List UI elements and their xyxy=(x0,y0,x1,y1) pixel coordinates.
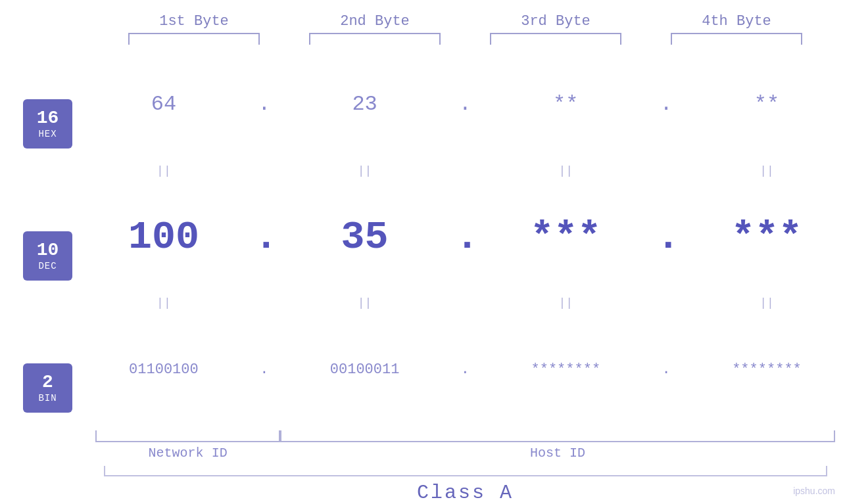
watermark: ipshu.com xyxy=(793,486,835,496)
hex-badge: 16 HEX xyxy=(23,99,72,149)
eq1-b3: || xyxy=(500,164,631,177)
network-id-label: Network ID xyxy=(95,446,280,461)
hex-b3: ** xyxy=(500,92,631,116)
eq2-b2: || xyxy=(299,296,431,309)
class-bracket xyxy=(104,466,827,476)
host-id-bracket xyxy=(280,430,835,442)
dec-b2: 35 xyxy=(299,215,431,260)
eq2-b1: || xyxy=(98,296,229,309)
main-layout: 16 HEX 10 DEC 2 BIN 64 . 23 . ** . ** xyxy=(0,51,845,461)
byte-headers: 1st Byte 2nd Byte 3rd Byte 4th Byte xyxy=(104,13,827,30)
eq2-b4: || xyxy=(701,296,833,309)
bracket-byte4 xyxy=(671,33,802,45)
bin-b1: 01100100 xyxy=(98,361,229,378)
rows-column: 64 . 23 . ** . ** || || || || 100 xyxy=(85,51,845,461)
class-label: Class A xyxy=(417,482,514,504)
bracket-byte1 xyxy=(128,33,260,45)
dec-label: DEC xyxy=(38,261,57,271)
hex-b2: 23 xyxy=(299,92,431,116)
hex-number: 16 xyxy=(37,108,59,129)
connector-dec-bin: || || || || xyxy=(85,290,845,316)
hex-b1: 64 xyxy=(98,92,229,116)
eq2-b3: || xyxy=(500,296,631,309)
hex-dot2: . xyxy=(455,92,475,116)
eq1-b1: || xyxy=(98,164,229,177)
dec-dot1: . xyxy=(254,215,274,260)
dec-dot3: . xyxy=(656,215,676,260)
bracket-byte3 xyxy=(490,33,621,45)
main-container: 1st Byte 2nd Byte 3rd Byte 4th Byte 16 H… xyxy=(0,0,845,504)
hex-row: 64 . 23 . ** . ** xyxy=(85,51,845,158)
byte1-header: 1st Byte xyxy=(115,13,273,30)
network-id-bracket xyxy=(95,430,280,442)
byte3-header: 3rd Byte xyxy=(477,13,635,30)
bin-b4: ******** xyxy=(701,361,833,378)
hex-label: HEX xyxy=(38,129,57,139)
bin-dot3: . xyxy=(656,361,676,378)
top-brackets xyxy=(104,33,827,45)
dec-number: 10 xyxy=(37,241,59,261)
dec-row: 100 . 35 . *** . *** xyxy=(85,184,845,290)
bin-b2: 00100011 xyxy=(299,361,431,378)
dec-b4: *** xyxy=(701,215,833,260)
byte4-header: 4th Byte xyxy=(658,13,815,30)
bin-label: BIN xyxy=(38,393,57,403)
byte2-header: 2nd Byte xyxy=(296,13,454,30)
connector-hex-dec: || || || || xyxy=(85,158,845,184)
eq1-b2: || xyxy=(299,164,431,177)
bin-badge: 2 BIN xyxy=(23,363,72,413)
hex-dot3: . xyxy=(656,92,676,116)
bin-number: 2 xyxy=(42,373,53,393)
bin-dot1: . xyxy=(254,361,274,378)
dec-b1: 100 xyxy=(98,215,229,260)
badges-column: 16 HEX 10 DEC 2 BIN xyxy=(0,51,85,461)
host-id-label: Host ID xyxy=(280,446,835,461)
bracket-byte2 xyxy=(309,33,441,45)
hex-b4: ** xyxy=(701,92,833,116)
hex-dot1: . xyxy=(254,92,274,116)
eq1-b4: || xyxy=(701,164,833,177)
dec-dot2: . xyxy=(455,215,475,260)
dec-badge: 10 DEC xyxy=(23,231,72,281)
bin-b3: ******** xyxy=(500,361,631,378)
bin-dot2: . xyxy=(455,361,475,378)
dec-b3: *** xyxy=(500,215,631,260)
bin-row: 01100100 . 00100011 . ******** . *******… xyxy=(85,316,845,423)
